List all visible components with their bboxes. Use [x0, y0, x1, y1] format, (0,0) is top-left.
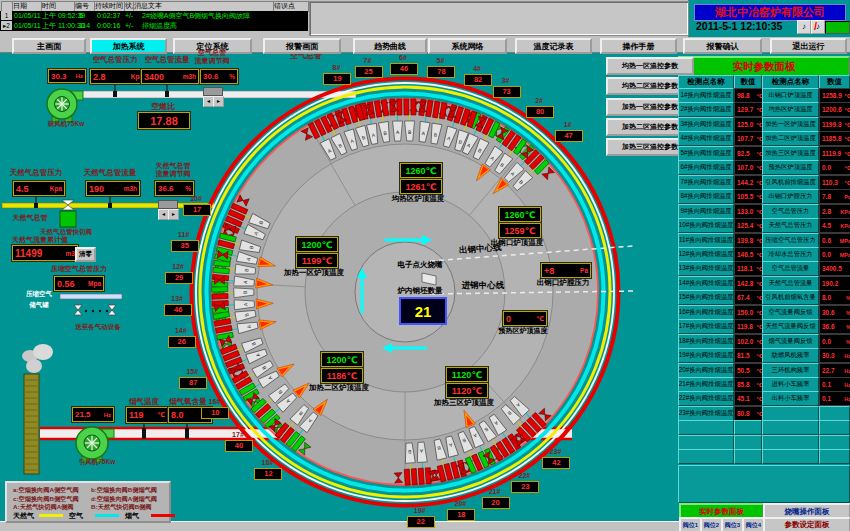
- param-value: 0.1Hz: [819, 391, 850, 406]
- burner-number-label: 4#: [462, 65, 492, 73]
- param-value: 1200.6℃: [819, 102, 850, 117]
- gas-valve-open-button[interactable]: ▸: [168, 209, 179, 220]
- alarm-row-index[interactable]: ▸2: [1, 21, 12, 30]
- exhaust-fan-frequency-display: 21.5Hz: [72, 407, 114, 422]
- param-name: 空气流量阀反馈: [762, 305, 819, 320]
- air-valve-actuator: [203, 87, 223, 96]
- legend-pipe-label: 天然气: [13, 511, 34, 521]
- param-name: 16#换向阀排烟温度: [678, 305, 734, 320]
- param-name: 三环机构频率: [762, 363, 819, 378]
- burner-number-label: 1#: [553, 121, 583, 129]
- param-value-empty: [819, 406, 850, 421]
- air-fuel-ratio-display: 17.88: [138, 112, 190, 129]
- menu-button-5[interactable]: 趋势曲线: [353, 38, 427, 54]
- billet-count: 21: [399, 297, 447, 325]
- param-name: 天然气流量阀反馈: [762, 319, 819, 334]
- param-name: [762, 406, 819, 421]
- param-name: [678, 420, 734, 435]
- alarm-row[interactable]: 01/05/11上午 11:00:301140:00:16+/-排烟温度高: [13, 21, 308, 31]
- menu-button-10[interactable]: 退出运行: [770, 38, 847, 54]
- param-name: 14#换向阀排烟温度: [678, 276, 734, 291]
- param-name: 12#换向阀排烟温度: [678, 247, 734, 262]
- air-valve-label: 空气总管 流量调节阀: [188, 49, 236, 64]
- param-value: 2.8KPa: [819, 204, 850, 219]
- gas-valve-actuator: [158, 200, 178, 209]
- param-value: 30.3Hz: [819, 348, 850, 363]
- param-name: 13#换向阀排烟温度: [678, 261, 734, 276]
- menu-button-9[interactable]: 报警确认: [683, 38, 762, 54]
- param-name: 进料小车频率: [762, 377, 819, 392]
- menu-button-4[interactable]: 报警画面: [263, 38, 341, 54]
- burner-number-label: 5#: [425, 57, 455, 65]
- param-name: 出钢口炉膛压力: [762, 189, 819, 204]
- burner-number-label: 8#: [321, 64, 351, 72]
- param-value: 22.7Hz: [819, 363, 850, 378]
- param-name: 助燃风机频率: [762, 348, 819, 363]
- param-name: 19#换向阀排烟温度: [678, 348, 734, 363]
- burner-number-label: 12#: [163, 263, 193, 271]
- legend-line: B:天然气快切阀B侧阀: [91, 503, 152, 512]
- param-value: 190.2: [819, 276, 850, 291]
- burner-number-label: 3#: [491, 77, 521, 85]
- burner-number-label: 17#: [223, 431, 253, 439]
- tap-pressure-label: 出钢口炉膛压力: [530, 279, 596, 287]
- param-name: 均热区炉顶温度: [762, 102, 819, 117]
- param-name: 5#换向阀排烟温度: [678, 146, 734, 161]
- zone-temp-label: 加热二区炉顶温度: [294, 384, 384, 392]
- alarm-row-index[interactable]: 1: [1, 11, 12, 20]
- alarm-blank-panel: [309, 1, 689, 36]
- menu-button-2[interactable]: 加热系统: [90, 38, 167, 54]
- air-valve-open-button[interactable]: ▸: [213, 96, 224, 107]
- menu-button-6[interactable]: 系统网络: [428, 38, 507, 54]
- param-value: 0.1Hz: [819, 377, 850, 392]
- param-name: 烟气流量阀反馈: [762, 334, 819, 349]
- param-value: 4.5KPa: [819, 218, 850, 233]
- param-name: 2#换向阀排烟温度: [678, 102, 734, 117]
- legend-pipe-swatch: [151, 514, 175, 517]
- zone-pv-display: 1186℃: [321, 368, 363, 383]
- legend-pipe-swatch: [39, 514, 63, 517]
- param-name: 4#换向阀排烟温度: [678, 131, 734, 146]
- alarm-sound-off-icon[interactable]: ♪/: [811, 20, 825, 34]
- menu-button-7[interactable]: 温度记录表: [515, 38, 592, 54]
- settings-panel-button[interactable]: 参数设定面板: [763, 517, 850, 531]
- param-value: 0.6MPa: [819, 233, 850, 248]
- param-value: 1258.9℃: [819, 88, 850, 103]
- zone-pv-display: 1259℃: [499, 223, 541, 238]
- zone-param-button-1[interactable]: 均热一区温控参数: [606, 57, 694, 75]
- preheat-temp-display: 0℃: [503, 311, 547, 326]
- burner-value-10#: 17: [183, 204, 211, 216]
- blower-label: 鼓风机75Kw: [40, 120, 92, 127]
- param-name: 引风机前烟氧含量: [762, 290, 819, 305]
- param-name: 9#换向阀排烟温度: [678, 204, 734, 219]
- legend-pipe-label: 空气: [69, 511, 83, 521]
- valve-position-button-4[interactable]: 阀位4: [742, 517, 765, 531]
- alarm-row[interactable]: 01/05/11上午 09:52:3950:02:37+/-2#烧嘴A侧空气B侧…: [13, 11, 308, 21]
- param-value: 0.0MPa: [819, 247, 850, 262]
- burner-value-19#: 22: [407, 516, 435, 528]
- burner-value-12#: 29: [165, 272, 193, 284]
- burner-value-17#: 40: [225, 440, 253, 452]
- smoke-temp-display: 119℃: [126, 407, 168, 423]
- param-name: 天然气总管压力: [762, 218, 819, 233]
- burner-value-20#: 18: [447, 509, 475, 521]
- valve-position-button-2[interactable]: 阀位2: [700, 517, 723, 531]
- burner-value-22#: 23: [511, 481, 539, 493]
- burner-value-16#: 10: [201, 407, 229, 419]
- gas-pressure-display: 4.5Kpa: [13, 181, 65, 196]
- smoke-temp-label: 烟气温度: [124, 398, 164, 406]
- valve-position-button-1[interactable]: 阀位1: [679, 517, 702, 531]
- alarm-sound-on-icon[interactable]: ♪: [797, 20, 811, 34]
- param-value: 30.6%: [819, 305, 850, 320]
- burner-value-6#: 46: [390, 63, 418, 75]
- clear-total-button[interactable]: 清零: [75, 247, 96, 262]
- menu-button-1[interactable]: 主画面: [12, 38, 86, 54]
- menu-button-8[interactable]: 操作手册: [600, 38, 677, 54]
- param-name: 加热三区炉顶温度: [762, 146, 819, 161]
- panel-header: 数值: [734, 75, 762, 89]
- param-name: 3#换向阀排烟温度: [678, 117, 734, 132]
- panel-title: 实时参数面板: [678, 56, 850, 77]
- burner-value-13#: 46: [164, 304, 192, 316]
- gas-valve-label: 天然气总管 流量调节阀: [146, 162, 200, 177]
- valve-position-button-3[interactable]: 阀位3: [721, 517, 744, 531]
